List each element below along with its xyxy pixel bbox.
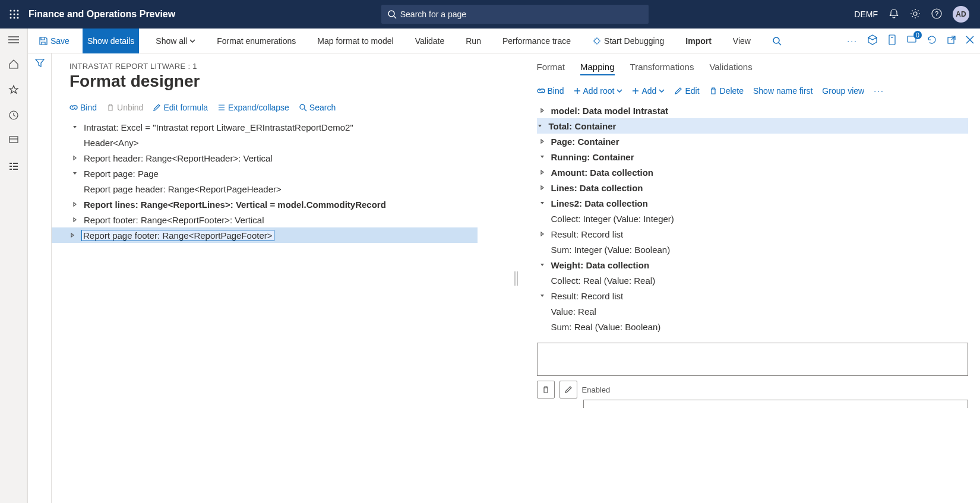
tree-node[interactable]: Report page: Page [69, 166, 501, 181]
messages-icon[interactable] [906, 34, 917, 47]
add-button[interactable]: Add [632, 86, 665, 96]
caret-right-icon[interactable] [539, 185, 548, 191]
tree-node[interactable]: Result: Record list [537, 288, 969, 303]
edit-formula-button[interactable]: Edit formula [153, 103, 208, 112]
caret-down-icon[interactable] [72, 124, 80, 130]
tab-format[interactable]: Format [537, 62, 565, 75]
tab-mapping[interactable]: Mapping [580, 62, 615, 75]
caret-down-icon[interactable] [539, 262, 548, 268]
format-enumerations-button[interactable]: Format enumerations [212, 29, 301, 53]
caret-right-icon[interactable] [72, 155, 80, 161]
tree-node[interactable]: Report footer: Range<ReportFooter>: Vert… [69, 212, 501, 227]
show-all-button[interactable]: Show all [151, 29, 200, 53]
tree-node[interactable]: Header<Any> [69, 135, 501, 150]
mapping-tree[interactable]: model: Data model IntrastatTotal: Contai… [537, 103, 969, 334]
start-debugging-button[interactable]: Start Debugging [587, 29, 669, 53]
tree-node[interactable]: Weight: Data collection [537, 257, 969, 273]
modules-icon[interactable] [8, 161, 19, 173]
caret-right-icon[interactable] [539, 138, 548, 144]
caret-right-icon[interactable] [72, 201, 80, 207]
tree-node[interactable]: Report lines: Range<ReportLines>: Vertic… [69, 197, 501, 212]
tab-transformations[interactable]: Transformations [630, 62, 694, 75]
right-toolbar-overflow[interactable]: ··· [874, 86, 884, 96]
help-icon[interactable]: ? [931, 8, 942, 21]
caret-right-icon[interactable] [539, 231, 548, 237]
description-input[interactable] [537, 343, 969, 376]
bind-button-right[interactable]: Bind [537, 86, 564, 96]
delete-detail-button[interactable] [537, 381, 555, 398]
caret-down-icon[interactable] [539, 293, 548, 299]
show-details-button[interactable]: Show details [83, 29, 139, 53]
notifications-icon[interactable] [889, 8, 899, 21]
tree-node-label: Sum: Real (Value: Boolean) [551, 322, 661, 332]
expand-collapse-button[interactable]: Expand/collapse [217, 103, 289, 112]
list-icon [217, 103, 226, 112]
caret-right-icon[interactable] [72, 217, 80, 223]
svg-rect-28 [889, 35, 895, 45]
enabled-field[interactable] [583, 400, 969, 408]
add-root-button[interactable]: Add root [574, 86, 623, 96]
caret-right-icon[interactable] [69, 232, 78, 238]
app-launcher-icon[interactable] [5, 10, 24, 19]
attachments-icon[interactable] [887, 34, 897, 47]
tree-node[interactable]: Collect: Real (Value: Real) [537, 273, 969, 288]
format-tree[interactable]: Intrastat: Excel = "Intrastat report Lit… [69, 119, 501, 243]
funnel-icon[interactable] [35, 58, 45, 503]
tree-node[interactable]: Amount: Data collection [537, 164, 969, 180]
bind-button[interactable]: Bind [69, 103, 97, 112]
tree-node[interactable]: Total: Container [537, 118, 969, 134]
recents-icon[interactable] [8, 110, 19, 122]
caret-right-icon[interactable] [539, 107, 548, 113]
map-format-button[interactable]: Map format to model [312, 29, 398, 53]
view-button[interactable]: View [728, 29, 755, 53]
company-code[interactable]: DEMF [854, 10, 878, 19]
validate-button[interactable]: Validate [410, 29, 450, 53]
performance-trace-button[interactable]: Performance trace [498, 29, 576, 53]
caret-down-icon[interactable] [72, 170, 80, 176]
tree-node[interactable]: Sum: Real (Value: Boolean) [537, 319, 969, 334]
settings-icon[interactable] [910, 8, 921, 21]
splitter-handle[interactable] [513, 53, 519, 503]
run-button[interactable]: Run [461, 29, 486, 53]
tree-node[interactable]: Report header: Range<ReportHeader>: Vert… [69, 150, 501, 166]
tree-node[interactable]: Value: Real [537, 303, 969, 319]
tab-validations[interactable]: Validations [709, 62, 752, 75]
tree-node[interactable]: Intrastat: Excel = "Intrastat report Lit… [69, 119, 501, 135]
delete-button[interactable]: Delete [709, 86, 744, 96]
caret-down-icon[interactable] [539, 154, 548, 160]
office-icon[interactable] [867, 34, 878, 47]
user-avatar[interactable]: AD [953, 6, 969, 23]
save-button[interactable]: Save [34, 29, 74, 53]
tree-node[interactable]: Report page footer: Range<ReportPageFoot… [52, 227, 478, 243]
group-view-button[interactable]: Group view [822, 86, 864, 96]
import-button[interactable]: Import [681, 29, 716, 53]
caret-down-icon[interactable] [537, 123, 545, 129]
tree-node[interactable]: Collect: Integer (Value: Integer) [537, 211, 969, 226]
caret-right-icon[interactable] [539, 169, 548, 175]
tree-node[interactable]: model: Data model Intrastat [537, 103, 969, 118]
edit-button[interactable]: Edit [674, 86, 699, 96]
tree-node[interactable]: Report page header: Range<ReportPageHead… [69, 181, 501, 197]
nav-expand-icon[interactable] [8, 36, 19, 46]
tree-node[interactable]: Result: Record list [537, 226, 969, 242]
refresh-icon[interactable] [927, 34, 937, 47]
search-tree-button[interactable]: Search [299, 103, 336, 112]
tree-node[interactable]: Page: Container [537, 134, 969, 149]
tree-node[interactable]: Running: Container [537, 149, 969, 164]
home-icon[interactable] [8, 59, 19, 71]
tree-node[interactable]: Lines: Data collection [537, 180, 969, 195]
edit-detail-button[interactable] [559, 381, 577, 398]
caret-down-icon[interactable] [539, 200, 548, 206]
unbind-button[interactable]: Unbind [106, 103, 143, 112]
favorites-icon[interactable] [8, 84, 19, 97]
action-search-button[interactable] [767, 29, 786, 53]
popout-icon[interactable] [947, 35, 956, 46]
close-icon[interactable] [966, 36, 974, 46]
overflow-menu-icon[interactable]: ··· [847, 36, 858, 46]
workspaces-icon[interactable] [8, 135, 19, 148]
search-icon [387, 10, 397, 19]
show-name-first-button[interactable]: Show name first [753, 86, 813, 96]
tree-node[interactable]: Lines2: Data collection [537, 195, 969, 211]
tree-node[interactable]: Sum: Integer (Value: Boolean) [537, 242, 969, 257]
global-search[interactable]: Search for a page [381, 5, 649, 24]
